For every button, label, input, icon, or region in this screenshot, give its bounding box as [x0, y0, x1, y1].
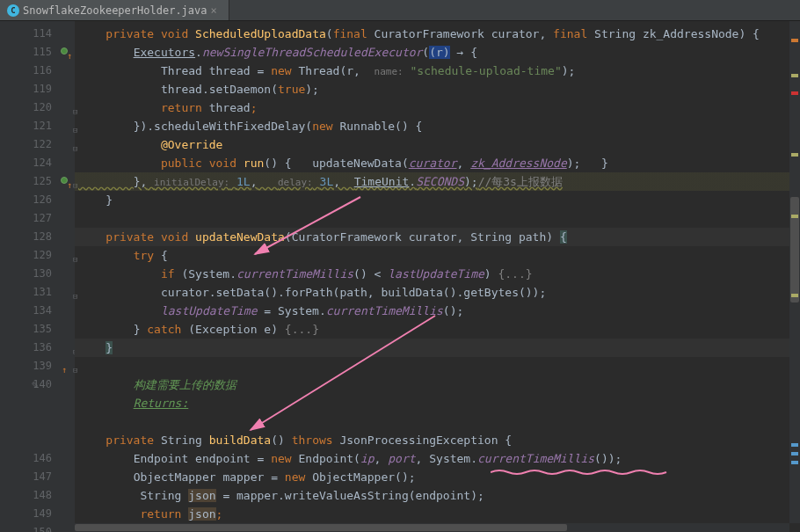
- scrollbar-thumb-h[interactable]: [75, 524, 567, 531]
- code-line[interactable]: private void ScheduledUploadData(final C…: [75, 25, 800, 43]
- code-line[interactable]: [75, 209, 800, 228]
- code-line[interactable]: String json = mapper.writeValueAsString(…: [75, 486, 800, 505]
- scrollbar-thumb-v[interactable]: [790, 197, 799, 302]
- code-line[interactable]: 构建需要上传的数据: [75, 375, 800, 394]
- code-line[interactable]: Thread thread = new Thread(r, name: "sch…: [75, 62, 800, 80]
- gutter-marker-icon[interactable]: ↑: [59, 175, 71, 187]
- code-line[interactable]: [75, 412, 800, 431]
- line-number[interactable]: 122⊟: [0, 135, 75, 154]
- code-line[interactable]: }: [75, 191, 800, 209]
- tab-file[interactable]: C SnowflakeZookeeperHolder.java ×: [0, 0, 229, 20]
- code-line[interactable]: Executors.newSingleThreadScheduledExecut…: [75, 43, 800, 62]
- code-line[interactable]: private String buildData() throws JsonPr…: [75, 431, 800, 449]
- error-stripe[interactable]: [791, 443, 798, 447]
- line-number[interactable]: 139↑⊟: [0, 357, 75, 375]
- line-number[interactable]: 126: [0, 191, 75, 209]
- line-number[interactable]: 115↑: [0, 43, 75, 62]
- line-number[interactable]: 147: [0, 468, 75, 486]
- line-number[interactable]: [0, 394, 75, 412]
- line-number[interactable]: 125↑⊟: [0, 172, 75, 191]
- line-number[interactable]: 148: [0, 486, 75, 505]
- error-stripe[interactable]: [791, 452, 798, 455]
- code-line[interactable]: try {: [75, 246, 800, 265]
- code-line[interactable]: lastUpdateTime = System.currentTimeMilli…: [75, 302, 800, 320]
- code-line[interactable]: } catch (Exception e) {...}: [75, 320, 800, 339]
- code-line[interactable]: Endpoint endpoint = new Endpoint(ip, por…: [75, 449, 800, 468]
- line-number[interactable]: 129⊟: [0, 246, 75, 265]
- code-line[interactable]: }: [75, 339, 800, 357]
- line-number[interactable]: 146: [0, 449, 75, 468]
- line-number[interactable]: 134: [0, 302, 75, 320]
- line-number[interactable]: 136⊟: [0, 339, 75, 357]
- line-number[interactable]: 149: [0, 505, 75, 523]
- line-number[interactable]: 114: [0, 25, 75, 43]
- error-stripe[interactable]: [791, 461, 798, 464]
- code-line[interactable]: return thread;: [75, 98, 800, 117]
- code-line[interactable]: ObjectMapper mapper = new ObjectMapper()…: [75, 468, 800, 486]
- gutter[interactable]: 114115↑116119120⊟121⊟122⊟124125↑⊟1261271…: [0, 21, 75, 532]
- line-number[interactable]: [0, 431, 75, 449]
- line-number[interactable]: 120⊟: [0, 98, 75, 117]
- code-area[interactable]: private void ScheduledUploadData(final C…: [75, 21, 800, 532]
- scrollbar-vertical[interactable]: [789, 21, 800, 523]
- line-number[interactable]: 116: [0, 62, 75, 80]
- tab-filename: SnowflakeZookeeperHolder.java: [23, 4, 207, 17]
- line-number[interactable]: [0, 412, 75, 431]
- code-line[interactable]: [75, 357, 800, 375]
- line-number[interactable]: 135: [0, 320, 75, 339]
- gutter-marker-icon[interactable]: ↑: [59, 46, 71, 58]
- close-icon[interactable]: ×: [211, 5, 222, 16]
- line-number[interactable]: 127: [0, 209, 75, 228]
- error-stripe[interactable]: [791, 153, 798, 157]
- code-line[interactable]: thread.setDaemon(true);: [75, 80, 800, 98]
- line-number[interactable]: 121⊟: [0, 117, 75, 135]
- code-line[interactable]: private void updateNewData(CuratorFramew…: [75, 228, 800, 246]
- line-number[interactable]: 130: [0, 265, 75, 283]
- line-number[interactable]: 150: [0, 523, 75, 532]
- code-line[interactable]: return json;: [75, 505, 800, 523]
- code-line[interactable]: if (System.currentTimeMillis() < lastUpd…: [75, 265, 800, 283]
- code-line[interactable]: curator.setData().forPath(path, buildDat…: [75, 283, 800, 302]
- line-number[interactable]: 128: [0, 228, 75, 246]
- line-number[interactable]: 124: [0, 154, 75, 172]
- gutter-marker-icon[interactable]: ↑: [59, 360, 71, 372]
- code-line[interactable]: }).scheduleWithFixedDelay(new Runnable()…: [75, 117, 800, 135]
- error-stripe[interactable]: [791, 215, 798, 218]
- edit-icon[interactable]: ✎: [32, 378, 39, 391]
- line-number[interactable]: 119: [0, 80, 75, 98]
- scrollbar-horizontal[interactable]: [75, 523, 789, 532]
- editor: 114115↑116119120⊟121⊟122⊟124125↑⊟1261271…: [0, 21, 800, 532]
- code-line[interactable]: }, initialDelay: 1L, delay: 3L, TimeUnit…: [75, 172, 800, 191]
- error-stripe[interactable]: [791, 91, 798, 95]
- error-stripe[interactable]: [791, 294, 798, 297]
- code-line[interactable]: Returns:: [75, 394, 800, 412]
- line-number[interactable]: 131⊟: [0, 283, 75, 302]
- java-class-icon: C: [7, 4, 19, 17]
- error-stripe[interactable]: [791, 39, 798, 42]
- tab-bar: C SnowflakeZookeeperHolder.java ×: [0, 0, 800, 21]
- error-stripe[interactable]: [791, 74, 798, 77]
- code-line[interactable]: public void run() { updateNewData(curato…: [75, 154, 800, 172]
- code-line[interactable]: @Override: [75, 135, 800, 154]
